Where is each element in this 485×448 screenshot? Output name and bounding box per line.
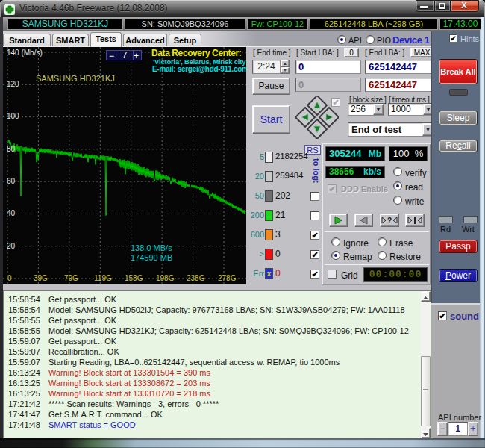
svg-text:?: ? bbox=[387, 217, 392, 225]
